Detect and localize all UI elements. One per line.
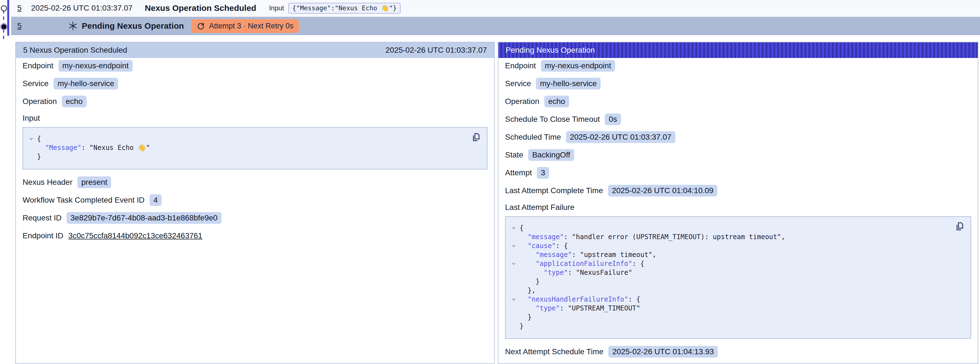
event-timestamp: 2025-02-26 UTC 01:03:37.07	[31, 4, 133, 13]
collapse-chevron-icon[interactable]	[511, 261, 517, 267]
retry-icon	[197, 22, 205, 30]
json-code-line: "type": "NexusFailure"	[508, 268, 937, 277]
json-code-text: "message": "upstream timeout",	[520, 250, 656, 259]
code-gutter	[508, 286, 520, 295]
field-value-badge: echo	[544, 96, 569, 107]
scheduled-panel-header: 5 Nexus Operation Scheduled 2025-02-26 U…	[16, 42, 494, 58]
code-gutter	[508, 268, 520, 277]
event-detail-panels: 5 Nexus Operation Scheduled 2025-02-26 U…	[15, 42, 978, 364]
endpoint-id-link[interactable]: 3c0c75ccfa8144b092c13ce632463761	[68, 231, 202, 240]
panel-title: Pending Nexus Operation	[506, 46, 595, 54]
field-label: Endpoint ID	[22, 231, 63, 240]
field-row: Last Attempt Complete Time 2025-02-26 UT…	[505, 185, 971, 197]
code-gutter	[508, 259, 520, 268]
field-label: Workflow Task Completed Event ID	[22, 196, 145, 204]
pending-panel-header: Pending Nexus Operation	[498, 42, 978, 58]
code-gutter	[508, 241, 520, 250]
field-label: Service	[505, 79, 531, 88]
field-value-badge: 2025-02-26 UTC 01:04:13.93	[608, 346, 718, 358]
pending-asterisk-icon	[68, 21, 78, 31]
json-code-text: }	[520, 313, 531, 322]
field-row: Nexus Header present	[22, 176, 487, 188]
code-gutter	[508, 277, 520, 286]
field-value-badge: my-nexus-endpoint	[541, 60, 615, 72]
field-label: Request ID	[22, 214, 62, 222]
panel-timestamp: 2025-02-26 UTC 01:03:37.07	[385, 46, 487, 54]
event-node-icon	[1, 5, 7, 11]
field-row: Operation echo	[505, 95, 971, 108]
event-row-pending[interactable]: 5 Pending Nexus Operation Attempt 3 · Ne…	[11, 17, 980, 35]
panel-title: 5 Nexus Operation Scheduled	[23, 46, 127, 54]
field-row: Service my-hello-service	[22, 77, 487, 90]
field-value-badge: BackingOff	[528, 149, 574, 161]
field-label: Endpoint	[22, 61, 54, 70]
field-list: Nexus Header present Workflow Task Compl…	[22, 176, 487, 224]
json-code-line: "message": "handler error (UPSTREAM_TIME…	[508, 232, 937, 241]
failure-section-label: Last Attempt Failure	[505, 202, 971, 212]
event-title: Nexus Operation Scheduled	[145, 3, 256, 13]
field-label: Nexus Header	[22, 178, 72, 187]
json-code-text: "type": "NexusFailure"	[520, 268, 632, 277]
field-row: Endpoint my-nexus-endpoint	[505, 60, 971, 72]
json-code-text: "type": "UPSTREAM_TIMEOUT"	[520, 304, 640, 313]
json-code: {"message": "handler error (UPSTREAM_TIM…	[508, 224, 937, 330]
collapse-chevron-icon[interactable]	[511, 225, 517, 231]
retry-badge-label: Attempt 3 · Next Retry 0s	[209, 22, 293, 30]
field-row: Operation echo	[22, 95, 487, 108]
json-code-line: "type": "UPSTREAM_TIMEOUT"	[508, 304, 937, 313]
json-code-text: "nexusHandlerFailureInfo": {	[520, 295, 640, 304]
field-label: Operation	[22, 97, 57, 106]
event-row-scheduled[interactable]: 5 2025-02-26 UTC 01:03:37.07 Nexus Opera…	[11, 0, 980, 16]
field-value-badge: 0s	[605, 113, 621, 125]
code-gutter	[508, 322, 520, 330]
pending-operation-panel: Pending Nexus Operation Endpoint my-nexu…	[498, 42, 978, 364]
code-gutter	[508, 224, 520, 232]
collapse-chevron-icon[interactable]	[511, 243, 517, 249]
pending-node-icon	[2, 24, 6, 29]
json-code-text: {	[520, 224, 523, 232]
code-gutter	[508, 250, 520, 259]
code-gutter	[508, 313, 520, 322]
json-code-text: }	[520, 277, 539, 286]
field-row: Scheduled Time 2025-02-26 UTC 01:03:37.0…	[505, 131, 971, 143]
json-code-line: }	[508, 322, 937, 330]
field-list: Endpoint my-nexus-endpoint Service my-he…	[22, 60, 487, 108]
field-value-badge: 4	[150, 194, 162, 206]
field-label: Schedule To Close Timeout	[505, 115, 600, 124]
json-code-text: "message": "handler error (UPSTREAM_TIME…	[520, 232, 785, 241]
event-id-link[interactable]: 5	[17, 21, 22, 30]
json-code-text: },	[520, 286, 536, 295]
failure-json-block: {"message": "handler error (UPSTREAM_TIM…	[505, 216, 971, 339]
field-label: Attempt	[505, 168, 532, 177]
json-code-line: "Message": "Nexus Echo 👋"	[25, 143, 453, 152]
copy-icon[interactable]	[471, 132, 481, 142]
field-value-badge: my-hello-service	[536, 78, 601, 89]
next-attempt-row: Next Attempt Schedule Time 2025-02-26 UT…	[505, 346, 971, 358]
json-code-line: }	[25, 152, 453, 161]
collapse-chevron-icon[interactable]	[29, 136, 34, 142]
code-gutter	[25, 134, 37, 143]
collapse-chevron-icon[interactable]	[511, 297, 517, 302]
json-code-line: }	[508, 277, 937, 286]
retry-attempt-badge: Attempt 3 · Next Retry 0s	[191, 19, 299, 33]
field-value-badge: present	[78, 176, 111, 188]
code-gutter	[25, 143, 37, 152]
event-id-link[interactable]: 5	[17, 4, 22, 13]
json-code-text: "Message": "Nexus Echo 👋"	[37, 143, 150, 152]
field-row: State BackingOff	[505, 149, 971, 161]
field-label: Last Attempt Complete Time	[505, 186, 603, 195]
input-inline-label: Input	[269, 4, 284, 12]
field-value-badge: 2025-02-26 UTC 01:03:37.07	[566, 131, 675, 143]
field-value-badge: 2025-02-26 UTC 01:04:10.09	[608, 185, 718, 196]
copy-icon[interactable]	[955, 221, 965, 231]
field-list: Endpoint my-nexus-endpoint Service my-he…	[505, 60, 971, 197]
json-code-line: "message": "upstream timeout",	[508, 250, 937, 259]
field-row: Schedule To Close Timeout 0s	[505, 113, 971, 125]
field-row: Request ID 3e829b7e-7d67-4b08-aad3-b1e86…	[22, 212, 487, 224]
field-label: Service	[22, 79, 48, 88]
event-title: Pending Nexus Operation	[82, 21, 184, 31]
input-section-label: Input	[22, 113, 487, 123]
field-value-badge: my-hello-service	[54, 78, 118, 89]
field-value-badge: echo	[62, 96, 87, 107]
input-preview-chip[interactable]: {"Message":"Nexus Echo 👋"}	[288, 3, 401, 14]
